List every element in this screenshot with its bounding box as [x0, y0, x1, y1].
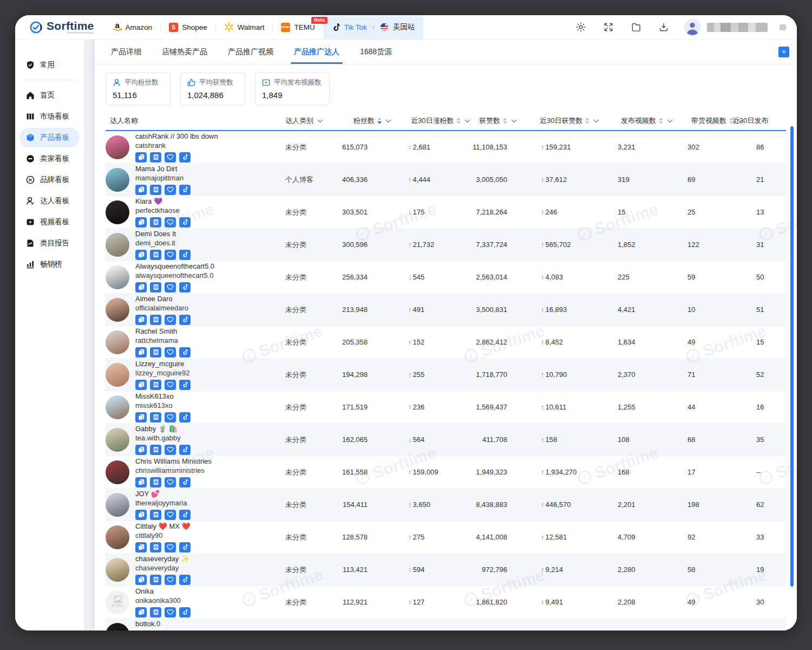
copy-icon[interactable]	[135, 347, 147, 358]
influencer-name[interactable]: catshRank // 300 lbs down	[135, 132, 218, 140]
avatar[interactable]	[106, 558, 129, 582]
user-avatar[interactable]	[684, 19, 700, 35]
copy-icon[interactable]	[135, 315, 147, 325]
favorite-heart-icon[interactable]	[165, 347, 176, 358]
user-dropdown-caret[interactable]	[780, 24, 786, 30]
copy-icon[interactable]	[135, 445, 147, 455]
duplicate-icon[interactable]	[150, 575, 161, 585]
tiktok-link-icon[interactable]	[179, 445, 191, 455]
influencer-name[interactable]: Rachel Smith	[135, 327, 191, 335]
tiktok-link-icon[interactable]	[179, 217, 191, 227]
copy-icon[interactable]	[135, 510, 147, 520]
tab-shop-hot-products[interactable]: 店铺热卖产品	[162, 40, 207, 64]
copy-icon[interactable]	[135, 152, 147, 162]
nav-tiktok-active[interactable]: Tik Tok › 美国站	[323, 15, 424, 39]
duplicate-icon[interactable]	[150, 477, 161, 487]
tiktok-link-icon[interactable]	[179, 542, 191, 552]
sorftime-logo[interactable]: Sorftime	[29, 21, 94, 34]
influencer-name[interactable]: Cittlaly ❤️ MX ❤️	[135, 522, 191, 530]
col-likes[interactable]: 获赞数	[463, 116, 533, 126]
favorite-heart-icon[interactable]	[165, 575, 176, 585]
avatar[interactable]	[106, 395, 129, 419]
influencer-name[interactable]: Gabby 🧋 🛍️	[135, 425, 191, 433]
tiktok-link-icon[interactable]	[179, 250, 191, 260]
influencer-handle[interactable]: onikaonika300	[135, 596, 191, 604]
influencer-handle[interactable]: perfectkhaose	[135, 206, 191, 214]
nav-amazon[interactable]: a Amazon	[105, 15, 161, 39]
copy-icon[interactable]	[135, 185, 147, 195]
avatar[interactable]	[106, 330, 129, 354]
username-censored[interactable]	[707, 23, 768, 32]
sidebar-item-common[interactable]: 常用	[19, 55, 80, 75]
table-row[interactable]: chaseveryday ✨ chaseveryday 未分类 113,421 …	[106, 554, 786, 586]
influencer-handle[interactable]: bottok.0	[135, 629, 191, 630]
tab-1688-source[interactable]: 1688货源	[360, 40, 392, 64]
table-row[interactable]: bottok.0 bottok.0 未分类 107,891 ↑21,542 1,…	[106, 619, 786, 630]
favorite-heart-icon[interactable]	[165, 412, 176, 422]
duplicate-icon[interactable]	[150, 445, 161, 455]
influencer-name[interactable]: bottok.0	[135, 620, 191, 628]
influencer-name[interactable]: Lizzey_mcguire	[135, 360, 191, 368]
col-published-30d[interactable]: 近30日发布	[728, 116, 786, 126]
sidebar-item-brand[interactable]: R 品牌看板	[19, 170, 80, 190]
influencer-handle[interactable]: catshrank	[135, 141, 218, 150]
tiktok-link-icon[interactable]	[179, 315, 191, 325]
favorite-heart-icon[interactable]	[165, 185, 176, 195]
influencer-handle[interactable]: demi_does.it	[135, 239, 191, 247]
copy-icon[interactable]	[135, 250, 147, 260]
sidebar-item-bestsellers[interactable]: 畅销榜	[19, 255, 80, 274]
download-icon[interactable]	[658, 22, 669, 32]
influencer-handle[interactable]: chriswilliamsministries	[135, 466, 212, 474]
copy-icon[interactable]	[135, 607, 147, 618]
duplicate-icon[interactable]	[150, 185, 161, 195]
copy-icon[interactable]	[135, 380, 147, 390]
col-follower-growth-30d[interactable]: 近30日涨粉数	[376, 116, 463, 126]
influencer-handle[interactable]: chaseveryday	[135, 564, 191, 572]
table-row[interactable]: Cittlaly ❤️ MX ❤️ cittlaly90 未分类 128,578…	[106, 521, 786, 554]
avatar[interactable]	[106, 363, 129, 387]
duplicate-icon[interactable]	[150, 152, 161, 162]
tiktok-link-icon[interactable]	[179, 575, 191, 585]
influencer-handle[interactable]: mamajopittman	[135, 174, 191, 182]
copy-icon[interactable]	[135, 412, 147, 422]
avatar[interactable]	[106, 493, 129, 517]
tiktok-link-icon[interactable]	[179, 412, 191, 422]
favorite-heart-icon[interactable]	[165, 477, 176, 487]
influencer-name[interactable]: Alwaysqueenofthecart5.0	[135, 262, 214, 270]
favorite-heart-icon[interactable]	[165, 445, 176, 455]
tiktok-link-icon[interactable]	[179, 380, 191, 390]
influencer-name[interactable]: JOY 💕	[135, 490, 191, 498]
table-row[interactable]: Gabby 🧋 🛍️ tea.with.gabby 未分类 162,065 ↓5…	[106, 424, 786, 456]
copy-icon[interactable]	[135, 477, 147, 487]
table-row[interactable]: catshRank // 300 lbs down catshrank 未分类 …	[106, 131, 786, 164]
influencer-name[interactable]: Demi Does It	[135, 230, 191, 238]
avatar[interactable]	[106, 265, 129, 289]
sidebar-item-seller[interactable]: 卖家看板	[19, 149, 80, 168]
col-published-videos[interactable]: 发布视频数	[614, 116, 679, 126]
influencer-name[interactable]: chaseveryday ✨	[135, 555, 191, 563]
col-likes-growth-30d[interactable]: 近30日获赞数	[533, 116, 614, 126]
duplicate-icon[interactable]	[150, 347, 161, 358]
site-label[interactable]: 美国站	[393, 22, 415, 32]
nav-temu[interactable]: TEMU TEMU Beta	[273, 15, 323, 39]
copy-icon[interactable]	[135, 575, 147, 585]
influencer-handle[interactable]: tea.with.gabby	[135, 434, 191, 442]
sidebar-item-video[interactable]: 视频看板	[19, 212, 80, 232]
settings-icon[interactable]	[575, 22, 586, 32]
avatar[interactable]	[106, 623, 129, 631]
copy-icon[interactable]	[135, 217, 147, 227]
scrollbar-thumb[interactable]	[790, 126, 794, 587]
table-row[interactable]: MissK613xo missk613xo 未分类 171,519 ↑236 1…	[106, 391, 786, 424]
duplicate-icon[interactable]	[150, 315, 161, 325]
influencer-handle[interactable]: missk613xo	[135, 401, 191, 410]
influencer-name[interactable]: Kiara 💜	[135, 197, 191, 205]
duplicate-icon[interactable]	[150, 380, 161, 390]
influencer-name[interactable]: MissK613xo	[135, 392, 191, 400]
avatar[interactable]	[106, 233, 129, 257]
file-icon[interactable]	[631, 22, 641, 32]
influencer-handle[interactable]: alwaysqueenofthecart5.0	[135, 271, 214, 280]
tiktok-link-icon[interactable]	[179, 347, 191, 358]
favorite-heart-icon[interactable]	[165, 315, 176, 325]
sidebar-item-report[interactable]: 类目报告	[19, 233, 80, 253]
sidebar-item-product[interactable]: 产品看板	[19, 128, 80, 147]
